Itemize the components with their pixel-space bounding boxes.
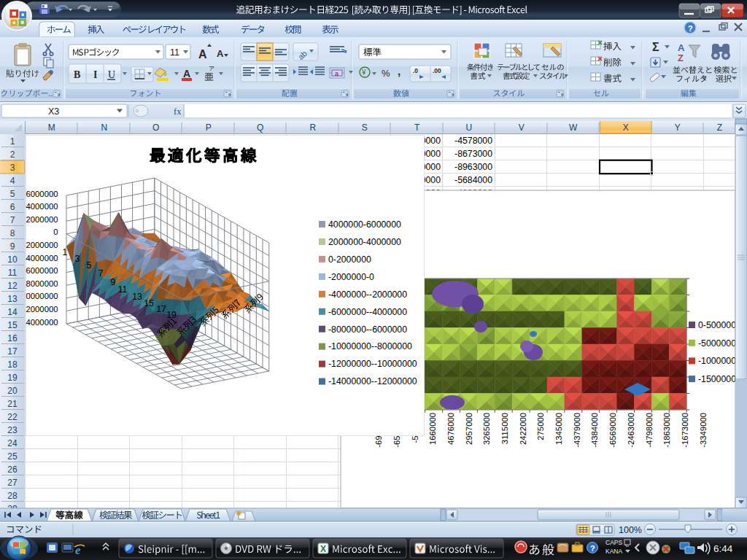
svg-text:Y: Y [675,122,681,133]
svg-text:2422000: 2422000 [519,413,527,445]
svg-text:Z: Z [678,52,684,63]
svg-text:275000: 275000 [536,413,545,440]
svg-text:-6569000: -6569000 [608,413,617,448]
svg-text:3265000: 3265000 [482,413,491,445]
svg-text:11: 11 [170,47,179,58]
svg-text:U: U [465,122,472,133]
svg-text:-4000000: -4000000 [23,254,58,262]
svg-text:6:44: 6:44 [713,543,733,554]
svg-text:-8000000: -8000000 [23,279,58,288]
svg-text:9: 9 [111,277,116,287]
svg-text:-8673000: -8673000 [454,149,492,159]
svg-text:9: 9 [10,241,15,252]
svg-text:2957000: 2957000 [465,413,473,445]
svg-text:23: 23 [7,425,18,435]
svg-text:U: U [108,69,115,80]
svg-text:17: 17 [156,304,166,314]
svg-text:¥: ¥ [361,69,366,77]
svg-text:26: 26 [7,464,18,475]
svg-text:-8963000: -8963000 [454,162,492,172]
svg-text:0-2000000: 0-2000000 [328,254,371,265]
svg-text:12: 12 [7,281,18,291]
svg-text:V: V [519,122,525,133]
svg-text:?: ? [688,24,693,33]
svg-text:15: 15 [144,298,154,308]
svg-text:1345000: 1345000 [554,413,563,445]
svg-text:28: 28 [7,491,18,501]
svg-text:17: 17 [7,346,18,357]
svg-text:3115000: 3115000 [500,413,509,444]
svg-text:5: 5 [10,189,15,199]
svg-text:?: ? [590,544,595,553]
svg-text:R: R [309,122,316,133]
svg-text:-2000000: -2000000 [23,241,58,249]
svg-text:fx: fx [174,106,182,117]
svg-text:A: A [183,68,190,79]
svg-text:0: 0 [53,228,58,236]
svg-text:6: 6 [10,202,15,212]
svg-text:4000000-6000000: 4000000-6000000 [328,219,401,230]
svg-text:-3349000: -3349000 [699,413,708,448]
svg-text:-4578000: -4578000 [454,136,492,146]
svg-text:A: A [217,48,224,59]
svg-text:5: 5 [87,260,92,271]
svg-text:a: a [335,70,338,77]
svg-text:O: O [152,122,159,133]
svg-text:2000000: 2000000 [26,215,58,224]
svg-text:.00: .00 [433,67,441,74]
svg-text:KANA: KANA [605,548,622,555]
svg-text:8: 8 [10,228,15,238]
svg-text:7: 7 [98,268,104,279]
svg-text:3: 3 [75,254,80,264]
svg-text:18: 18 [7,359,18,370]
svg-text:27: 27 [7,478,18,488]
svg-text:X3: X3 [48,106,59,117]
svg-text:-8000000--6000000: -8000000--6000000 [328,324,407,335]
svg-text:14: 14 [7,307,18,317]
svg-text:100%: 100% [619,525,642,535]
svg-text:10: 10 [7,254,18,265]
svg-text:P: P [206,122,212,133]
svg-text:1660000: 1660000 [428,413,437,445]
svg-text:15: 15 [7,320,18,330]
svg-text:-4379000: -4379000 [573,413,581,448]
svg-text:-1863000: -1863000 [662,413,671,448]
svg-text:0-5000000: 0-5000000 [698,320,741,330]
svg-text:.0: .0 [413,67,418,74]
svg-text:4000000: 4000000 [26,202,58,211]
svg-text:,: , [398,65,400,77]
svg-text:-10000000--8000000: -10000000--8000000 [328,341,412,351]
svg-text:Z: Z [717,122,722,133]
svg-text:A: A [678,42,685,53]
svg-text:-6000000--4000000: -6000000--4000000 [328,307,407,317]
svg-text:13: 13 [7,294,18,304]
svg-text:%: % [382,68,390,79]
svg-text:24: 24 [7,438,18,448]
svg-text:S: S [362,122,368,133]
svg-text:22: 22 [7,412,18,422]
svg-text:21: 21 [7,399,18,409]
svg-text:3: 3 [10,163,15,173]
svg-text:2: 2 [10,149,15,160]
svg-text:CAPS: CAPS [605,539,622,546]
svg-text:11: 11 [8,268,18,278]
svg-text:B: B [74,69,80,80]
svg-text:4676000: 4676000 [446,413,455,445]
svg-text:-2000000-0: -2000000-0 [328,272,374,282]
svg-text:13: 13 [132,292,142,302]
svg-text:-4384000: -4384000 [590,413,599,448]
svg-text:-4000000--2000000: -4000000--2000000 [328,289,407,300]
svg-text:6000000: 6000000 [26,190,58,198]
svg-text:M: M [48,122,55,133]
svg-text:-5684000: -5684000 [454,175,492,185]
svg-text:4: 4 [10,176,15,186]
svg-text:N: N [101,122,107,133]
svg-text:Σ: Σ [652,41,659,53]
svg-text:-1673000: -1673000 [681,413,689,448]
svg-text:I: I [93,69,97,80]
svg-text:-2463000: -2463000 [627,413,635,448]
svg-text:-14000000--12000000: -14000000--12000000 [328,376,417,386]
svg-text:-4798000: -4798000 [645,413,654,448]
svg-text:W: W [569,122,578,133]
svg-text:-12000000--10000000: -12000000--10000000 [328,359,417,369]
